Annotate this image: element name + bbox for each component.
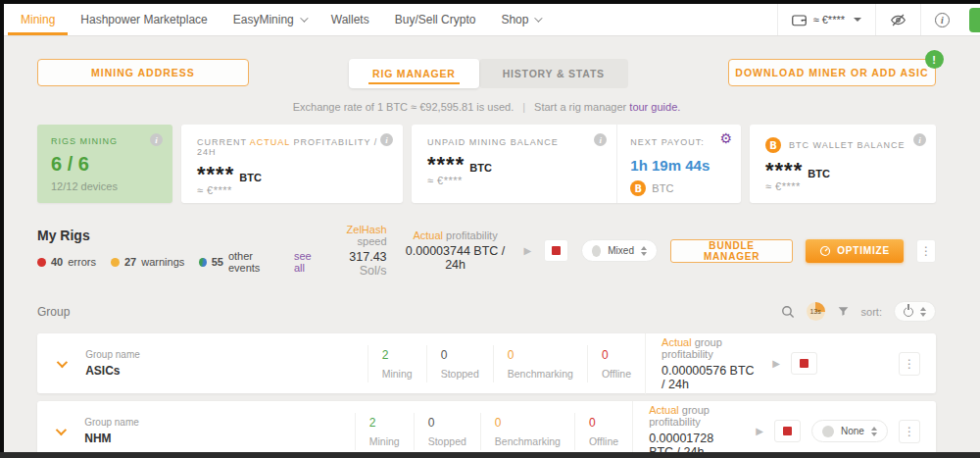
button-label: BUNDLE MANAGER <box>684 240 779 262</box>
mining-address-button[interactable]: MINING ADDRESS <box>37 59 249 86</box>
stats-cards-row: RIGS MINING 6 / 6 12/12 devices i CURREN… <box>37 125 936 203</box>
chat-widget[interactable] <box>969 8 980 32</box>
info-icon[interactable]: i <box>380 133 393 146</box>
notification-badge[interactable]: ! <box>925 50 944 69</box>
wallet-balance-dropdown[interactable]: ≈ €**** <box>777 4 875 35</box>
screen-edge-top <box>0 0 980 4</box>
stop-all-button[interactable] <box>544 239 568 262</box>
nav-item-hashpower-marketplace[interactable]: Hashpower Marketplace <box>68 4 220 35</box>
fiat-equivalent: ≈ €**** <box>197 184 387 196</box>
help-info-button[interactable]: i <box>920 4 963 35</box>
mining-dashboard: Mining Hashpower Marketplace EasyMining … <box>0 0 980 458</box>
label-highlight: Actual <box>413 229 443 241</box>
play-all-icon[interactable]: ▶ <box>524 245 532 256</box>
btc-wallet-card: B BTC WALLET BALANCE ****BTC ≈ €**** i <box>750 125 936 203</box>
exchange-rate-note: Exchange rate of 1 BTC ≈ €92,595.81 is u… <box>37 101 936 113</box>
view-tabs: RIG MANAGER HISTORY & STATS <box>349 59 628 88</box>
refresh-timer[interactable]: 13s <box>807 302 825 321</box>
power-mode-select[interactable]: Mixed <box>581 239 658 262</box>
stat-value: 2 <box>369 416 400 430</box>
selected-option: None <box>841 426 864 436</box>
gear-icon[interactable]: ⚙ <box>719 131 732 145</box>
label-highlight: Actual <box>649 404 679 416</box>
stop-group-button[interactable] <box>791 352 817 375</box>
nav-item-buy-sell-crypto[interactable]: Buy/Sell Crypto <box>382 4 489 35</box>
selected-option: Mixed <box>608 245 634 256</box>
download-miner-button[interactable]: DOWNLOAD MINER OR ADD ASIC ! <box>728 59 936 86</box>
play-group-icon[interactable]: ▶ <box>756 426 763 436</box>
my-rigs-section: My Rigs 40errors 27warnings 55other even… <box>37 224 936 278</box>
stop-icon <box>783 427 792 435</box>
group-header: Group 13s sort: <box>37 301 936 322</box>
sort-label: sort: <box>861 306 882 318</box>
group-options-button[interactable]: ⋮ <box>899 352 920 376</box>
stat-stopped: 0Stopped <box>414 413 480 450</box>
group-mode-select[interactable]: None <box>811 420 888 442</box>
nav-item-easymining[interactable]: EasyMining <box>220 4 318 35</box>
chevron-down-icon <box>56 356 67 367</box>
see-all-link[interactable]: see all <box>294 250 321 274</box>
group-controls: ▶ ⋮ <box>772 352 920 376</box>
fiat-equivalent: ≈ €**** <box>765 180 920 192</box>
eye-slash-icon <box>890 13 906 27</box>
events-status: 55other events <box>199 250 277 274</box>
masked-btc-value: ****BTC <box>427 152 601 172</box>
group-name: ASICs <box>85 364 368 378</box>
group-options-button[interactable]: ⋮ <box>899 420 920 443</box>
nav-item-shop[interactable]: Shop <box>488 4 553 35</box>
filter-funnel-icon[interactable] <box>837 305 850 318</box>
button-label: OPTIMIZE <box>837 245 890 256</box>
stat-offline: 0Offline <box>587 345 645 382</box>
stat-label: Mining <box>369 435 400 447</box>
rigs-mining-card: RIGS MINING 6 / 6 12/12 devices i <box>37 125 172 203</box>
stop-icon <box>800 359 808 368</box>
stop-icon <box>552 246 561 255</box>
stat-mining: 2Mining <box>355 413 414 450</box>
info-icon[interactable]: i <box>594 133 607 146</box>
bundle-manager-button[interactable]: BUNDLE MANAGER <box>670 239 793 263</box>
nav-label: Buy/Sell Crypto <box>395 13 476 26</box>
power-icon <box>904 307 913 317</box>
group-name-block: Group name ASICs <box>85 349 368 378</box>
error-dot-icon <box>37 258 46 267</box>
rigs-mining-value: 6 / 6 <box>51 153 159 176</box>
optimize-button[interactable]: OPTIMIZE <box>806 239 904 263</box>
search-icon[interactable] <box>781 305 795 319</box>
rigs-status-summary: 40errors 27warnings 55other events see a… <box>37 250 320 274</box>
tab-rig-manager[interactable]: RIG MANAGER <box>349 59 479 88</box>
errors-status: 40errors <box>37 256 96 268</box>
balance-payout-card: UNPAID MINING BALANCE ****BTC ≈ €**** i … <box>412 125 741 203</box>
payout-coin-row: B BTC <box>630 180 728 196</box>
tour-prefix-text: Start a rig manager <box>534 101 626 113</box>
stat-value: 0 <box>589 416 618 430</box>
tour-guide-link[interactable]: tour guide. <box>629 101 680 113</box>
info-icon[interactable]: i <box>150 133 163 146</box>
group-row-nhm: Group name NHM 2Mining 0Stopped 0Benchma… <box>37 401 936 458</box>
devices-count: 12/12 devices <box>51 180 159 192</box>
info-icon[interactable]: i <box>913 133 926 146</box>
unpaid-balance-section: UNPAID MINING BALANCE ****BTC ≈ €**** i <box>412 125 616 203</box>
expand-group-button[interactable] <box>49 360 72 368</box>
hide-balances-toggle[interactable] <box>875 4 920 35</box>
mode-dot-icon <box>592 245 601 257</box>
info-icon: i <box>935 13 950 27</box>
nav-item-wallets[interactable]: Wallets <box>318 4 382 35</box>
events-dot-icon <box>199 258 206 267</box>
masked-btc-value: ****BTC <box>765 158 920 178</box>
tab-label: RIG MANAGER <box>372 68 456 79</box>
play-group-icon[interactable]: ▶ <box>772 358 780 369</box>
profit-label: profitability <box>446 229 498 241</box>
label-highlight: Actual <box>662 336 692 348</box>
tab-history-stats[interactable]: HISTORY & STATS <box>479 59 628 88</box>
nav-item-mining[interactable]: Mining <box>8 4 68 35</box>
stat-value: 0 <box>441 348 479 362</box>
screen-edge-bottom <box>0 452 980 458</box>
expand-group-button[interactable] <box>49 428 71 435</box>
group-profitability: Actual group profitability 0.00001728 BT… <box>632 401 756 458</box>
chevron-down-icon <box>535 14 543 22</box>
sort-by-power-button[interactable] <box>894 301 936 322</box>
more-options-button[interactable]: ⋮ <box>916 239 936 263</box>
toolbar-row: MINING ADDRESS RIG MANAGER HISTORY & STA… <box>37 59 936 88</box>
masked-amount: **** <box>427 152 465 177</box>
stop-group-button[interactable] <box>774 420 801 442</box>
